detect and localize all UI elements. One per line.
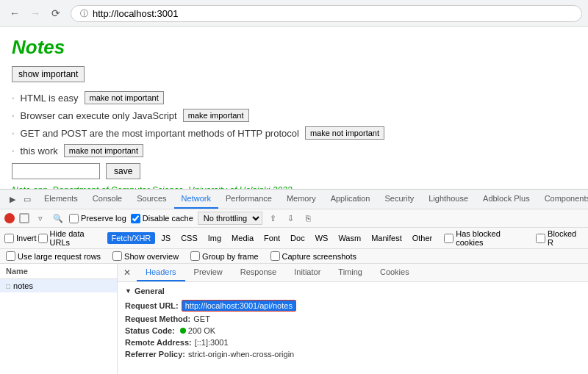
notes-list: ◦ HTML is easy make not important ◦ Brow… [12, 91, 576, 157]
back-button[interactable]: ← [6, 4, 24, 22]
bullet-icon: ◦ [12, 147, 15, 155]
note-action-button[interactable]: make not important [64, 144, 143, 157]
address-bar[interactable]: ⓘ http://localhost:3001 [71, 5, 582, 22]
show-overview-label[interactable]: Show overview [112, 251, 179, 261]
forward-button[interactable]: → [26, 4, 44, 22]
stop-button[interactable] [19, 213, 29, 223]
note-action-button[interactable]: make not important [305, 126, 384, 140]
details-tab-initiator[interactable]: Initiator [285, 264, 329, 281]
filter-media[interactable]: Media [227, 232, 258, 244]
filter-fetch-xhr[interactable]: Fetch/XHR [107, 232, 156, 244]
tab-adblock[interactable]: Adblock Plus [476, 190, 537, 209]
preserve-log-checkbox[interactable] [69, 214, 79, 223]
chevron-down-icon: ▼ [125, 287, 132, 295]
show-overview-checkbox[interactable] [112, 251, 122, 261]
filter-other[interactable]: Other [408, 232, 437, 244]
group-by-frame-checkbox[interactable] [190, 251, 200, 261]
filter-img[interactable]: Img [204, 232, 226, 244]
save-button[interactable]: save [106, 163, 140, 179]
has-blocked-cookies-checkbox[interactable] [444, 234, 453, 243]
details-tab-response[interactable]: Response [232, 264, 286, 281]
list-item: ◦ GET and POST are the most important me… [12, 126, 576, 140]
upload-icon[interactable]: ⇧ [267, 212, 280, 225]
tab-elements[interactable]: Elements [37, 190, 85, 209]
tab-sources[interactable]: Sources [129, 190, 173, 209]
large-rows-label[interactable]: Use large request rows [6, 251, 101, 261]
general-section-header[interactable]: ▼ General [125, 287, 581, 295]
device-icon[interactable]: ▭ [21, 193, 34, 206]
show-important-button[interactable]: show important [12, 66, 85, 82]
status-dot-icon [180, 328, 186, 334]
tab-components[interactable]: Components [537, 190, 588, 209]
invert-checkbox[interactable] [4, 234, 14, 243]
request-method-value: GET [193, 314, 210, 323]
inspect-icon[interactable]: ▶ [6, 193, 19, 206]
filter-font[interactable]: Font [259, 232, 284, 244]
preserve-log-label[interactable]: Preserve log [69, 214, 126, 223]
filter-manifest[interactable]: Manifest [367, 232, 406, 244]
sidebar-row-label: notes [13, 281, 33, 290]
blocked-requests-checkbox[interactable] [536, 234, 545, 243]
filter-doc[interactable]: Doc [286, 232, 309, 244]
large-rows-checkbox[interactable] [6, 251, 15, 261]
filter-wasm[interactable]: Wasm [334, 232, 365, 244]
devtools-tabs: ▶ ▭ Elements Console Sources Network Per… [0, 190, 588, 209]
save-row: save [12, 163, 576, 179]
throttle-select[interactable]: No throttling [198, 212, 262, 225]
invert-label[interactable]: Invert [4, 234, 37, 243]
tab-memory[interactable]: Memory [279, 190, 323, 209]
filter-ws[interactable]: WS [311, 232, 333, 244]
note-action-button[interactable]: make important [183, 109, 249, 122]
wifi-icon[interactable]: ⎘ [302, 212, 315, 225]
search-icon[interactable]: 🔍 [51, 212, 65, 225]
nav-buttons: ← → ⟳ [6, 4, 65, 22]
request-method-row: Request Method: GET [125, 313, 581, 325]
list-item: ◦ this work make not important [12, 144, 576, 157]
record-button[interactable] [4, 213, 15, 223]
filter-js[interactable]: JS [157, 232, 175, 244]
save-input[interactable] [12, 163, 100, 179]
request-url-value[interactable]: http://localhost:3001/api/notes [182, 300, 296, 312]
note-text: this work [21, 145, 58, 157]
close-details-button[interactable]: ✕ [118, 265, 137, 281]
status-code-row: Status Code: 200 OK [125, 325, 581, 337]
details-tab-timing[interactable]: Timing [329, 264, 371, 281]
tab-security[interactable]: Security [377, 190, 421, 209]
group-by-frame-label[interactable]: Group by frame [190, 251, 258, 261]
referrer-policy-value: strict-origin-when-cross-origin [188, 350, 294, 359]
remote-address-row: Remote Address: [::1]:3001 [125, 337, 581, 348]
request-url-label: Request URL: [125, 301, 179, 310]
devtools-toolbar: ▿ 🔍 Preserve log Disable cache No thrott… [0, 209, 588, 228]
disable-cache-checkbox[interactable] [131, 214, 140, 223]
reload-button[interactable]: ⟳ [47, 4, 65, 22]
hide-data-urls-checkbox[interactable] [38, 234, 48, 243]
details-tab-headers[interactable]: Headers [137, 264, 185, 281]
capture-screenshots-checkbox[interactable] [270, 251, 280, 261]
has-blocked-cookies-label[interactable]: Has blocked cookies [444, 229, 528, 247]
filter-icon[interactable]: ▿ [34, 212, 47, 225]
tab-network[interactable]: Network [174, 190, 218, 209]
document-icon: □ [6, 282, 10, 290]
list-item: ◦ HTML is easy make not important [12, 91, 576, 104]
details-tab-preview[interactable]: Preview [185, 264, 232, 281]
tab-performance[interactable]: Performance [218, 190, 279, 209]
capture-screenshots-label[interactable]: Capture screenshots [270, 251, 357, 261]
note-action-button[interactable]: make not important [85, 91, 164, 104]
remote-address-label: Remote Address: [125, 338, 192, 347]
bullet-icon: ◦ [12, 129, 15, 137]
lock-icon: ⓘ [80, 8, 88, 19]
download-icon[interactable]: ⇩ [284, 212, 298, 225]
tab-lighthouse[interactable]: Lighthouse [421, 190, 476, 209]
disable-cache-label[interactable]: Disable cache [131, 214, 193, 223]
devtools-main: Name □ notes ✕ Headers Preview Response … [0, 264, 588, 374]
filter-css[interactable]: CSS [176, 232, 202, 244]
details-tab-cookies[interactable]: Cookies [371, 264, 418, 281]
tab-application[interactable]: Application [323, 190, 378, 209]
tab-console[interactable]: Console [85, 190, 129, 209]
sidebar-row-notes[interactable]: □ notes [0, 279, 117, 292]
filter-row: Invert Hide data URLs Fetch/XHR JS CSS I… [0, 228, 588, 249]
blocked-requests-label[interactable]: Blocked R [536, 229, 584, 247]
request-url-row: Request URL: http://localhost:3001/api/n… [125, 298, 581, 313]
sidebar-header: Name [0, 264, 117, 279]
hide-data-urls-label[interactable]: Hide data URLs [38, 229, 106, 247]
